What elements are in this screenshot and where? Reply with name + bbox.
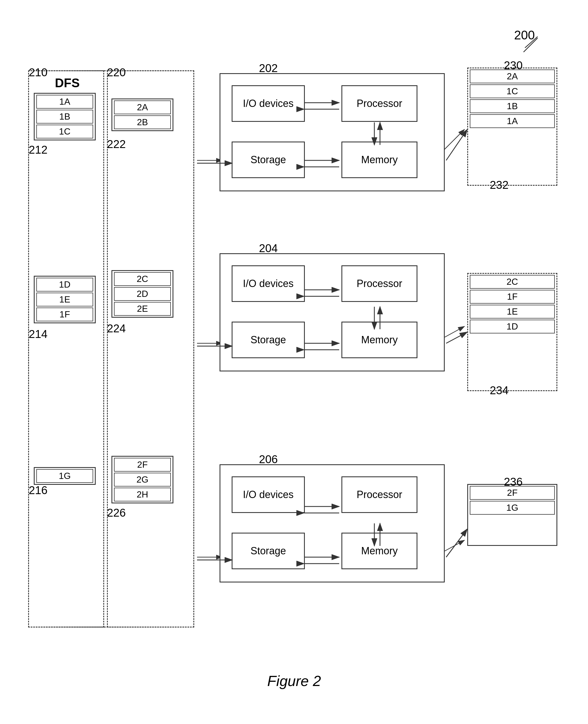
file-item-1d: 1D <box>36 278 93 292</box>
file-item-1b: 1B <box>36 110 93 124</box>
file-group-212: 1A 1B 1C <box>34 93 96 141</box>
ref-236: 236 <box>504 475 523 488</box>
ref-214: 214 <box>29 328 47 340</box>
processor-204: Processor <box>341 265 417 302</box>
file-item-2b: 2B <box>114 115 171 129</box>
file-group-214: 1D 1E 1F <box>34 276 96 323</box>
ref-212: 212 <box>29 144 47 156</box>
ref-206: 206 <box>259 453 278 466</box>
cache-item-1g: 1G <box>470 501 555 515</box>
file-item-2d: 2D <box>114 287 171 301</box>
file-item-2c: 2C <box>114 272 171 286</box>
file-item-1c: 1C <box>36 125 93 139</box>
cache-item-1d: 1D <box>470 320 555 334</box>
memory-202: Memory <box>341 142 417 178</box>
file-item-2a: 2A <box>114 101 171 114</box>
computer-204: I/O devices Processor Storage Memory <box>219 253 445 371</box>
cache-item-1b: 1B <box>470 99 555 113</box>
file-group-224: 2C 2D 2E <box>111 270 173 318</box>
cache-item-1a: 1A <box>470 114 555 128</box>
io-devices-206: I/O devices <box>232 476 305 513</box>
file-group-216: 1G <box>34 467 96 485</box>
dfs-col2-container <box>107 70 194 627</box>
memory-206: Memory <box>341 533 417 569</box>
ref-224: 224 <box>107 322 126 335</box>
memory-cache-230: 2A 1C 1B 1A <box>467 67 557 186</box>
ref-222: 222 <box>107 138 126 151</box>
ref-234: 234 <box>490 384 509 397</box>
computer-206: I/O devices Processor Storage Memory <box>219 464 445 582</box>
diagram-container: 200 DFS 210 220 1A 1B 1C 212 2A 2B 222 1… <box>11 22 577 698</box>
processor-206: Processor <box>341 476 417 513</box>
cache-item-1c: 1C <box>470 84 555 98</box>
storage-204: Storage <box>232 322 305 358</box>
file-group-226: 2F 2G 2H <box>111 456 173 504</box>
processor-202: Processor <box>341 85 417 122</box>
ref-232: 232 <box>490 179 509 191</box>
file-item-2f-226: 2F <box>114 458 171 472</box>
memory-cache-236: 2F 1G <box>467 484 557 546</box>
file-item-1g: 1G <box>36 469 93 483</box>
ref-202: 202 <box>259 62 278 74</box>
file-item-1a: 1A <box>36 95 93 109</box>
cache-item-1f: 1F <box>470 290 555 304</box>
ref-226: 226 <box>107 507 126 519</box>
computer-202: I/O devices Processor Storage Memory <box>219 73 445 191</box>
ref-200: 200 <box>514 28 535 42</box>
file-item-2e: 2E <box>114 302 171 316</box>
file-item-1f: 1F <box>36 307 93 321</box>
file-item-2g: 2G <box>114 473 171 487</box>
io-devices-202: I/O devices <box>232 85 305 122</box>
memory-cache-234: 2C 1F 1E 1D <box>467 273 557 391</box>
figure-label: Figure 2 <box>267 673 321 689</box>
ref-230: 230 <box>504 59 523 72</box>
file-item-2h: 2H <box>114 488 171 502</box>
file-item-1e: 1E <box>36 293 93 306</box>
storage-206: Storage <box>232 533 305 569</box>
memory-204: Memory <box>341 322 417 358</box>
ref-204: 204 <box>259 242 278 255</box>
cache-item-1e: 1E <box>470 305 555 319</box>
ref-210: 210 <box>29 66 47 79</box>
ref-216: 216 <box>29 484 47 497</box>
file-group-222: 2A 2B <box>111 99 173 131</box>
io-devices-204: I/O devices <box>232 265 305 302</box>
storage-202: Storage <box>232 142 305 178</box>
ref-220: 220 <box>107 66 126 79</box>
cache-item-2c: 2C <box>470 275 555 289</box>
